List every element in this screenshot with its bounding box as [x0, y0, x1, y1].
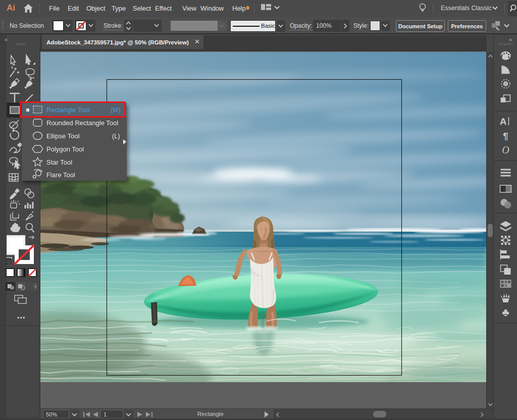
svg-text:♣: ♣ [502, 306, 509, 319]
svg-text:O: O [502, 144, 509, 155]
svg-text:¶: ¶ [503, 131, 508, 141]
svg-text:A: A [500, 116, 507, 127]
